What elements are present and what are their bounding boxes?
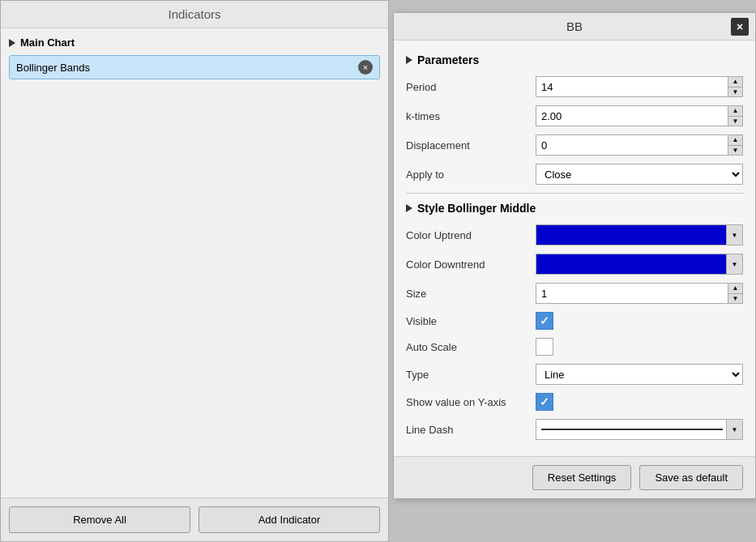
show-yaxis-checkbox[interactable] (536, 393, 553, 411)
indicators-body: Main Chart Bollinger Bands × (1, 28, 388, 497)
parameters-triangle-icon (406, 56, 412, 64)
applyto-select[interactable]: Close Open High Low (536, 164, 742, 184)
period-spin-up[interactable]: ▲ (728, 77, 742, 87)
ktimes-spin-down[interactable]: ▼ (728, 117, 742, 126)
indicators-footer: Remove All Add Indicator (1, 497, 388, 541)
color-uptrend-label: Color Uptrend (406, 229, 536, 241)
indicators-panel: Indicators Main Chart Bollinger Bands × … (0, 0, 389, 542)
color-uptrend-swatch-wrap[interactable]: ▼ (536, 224, 743, 245)
applyto-row: Apply to Close Open High Low (406, 164, 743, 185)
size-row: Size ▲ ▼ (406, 283, 743, 304)
color-downtrend-dropdown-btn[interactable]: ▼ (726, 254, 742, 274)
type-control: Line Histogram Dots (536, 364, 743, 385)
remove-all-button[interactable]: Remove All (9, 506, 190, 533)
displacement-spin-buttons: ▲ ▼ (728, 135, 742, 155)
displacement-spin[interactable]: ▲ ▼ (536, 134, 743, 156)
linedash-label: Line Dash (406, 424, 536, 436)
visible-checkbox[interactable] (536, 312, 553, 330)
size-spin[interactable]: ▲ ▼ (536, 283, 743, 304)
type-label: Type (406, 369, 536, 381)
type-row: Type Line Histogram Dots (406, 364, 743, 385)
size-spin-buttons: ▲ ▼ (728, 284, 742, 303)
bb-close-button[interactable]: × (731, 18, 749, 36)
ktimes-spin-up[interactable]: ▲ (728, 106, 742, 117)
bb-panel: BB × Parameters Period ▲ ▼ (393, 12, 756, 499)
period-spin[interactable]: ▲ ▼ (536, 76, 743, 97)
section-divider (406, 193, 743, 194)
period-spin-down[interactable]: ▼ (728, 87, 742, 97)
indicator-item-bollinger[interactable]: Bollinger Bands × (9, 55, 380, 79)
indicators-title: Indicators (1, 1, 388, 28)
color-uptrend-dropdown-btn[interactable]: ▼ (726, 225, 742, 245)
size-spin-up[interactable]: ▲ (728, 284, 742, 294)
period-spin-buttons: ▲ ▼ (728, 77, 742, 96)
ktimes-spin-buttons: ▲ ▼ (728, 106, 742, 126)
visible-row: Visible (406, 312, 743, 330)
add-indicator-button[interactable]: Add Indicator (199, 506, 380, 533)
displacement-spin-down[interactable]: ▼ (728, 146, 742, 156)
color-uptrend-row: Color Uptrend ▼ (406, 224, 743, 245)
color-uptrend-control: ▼ (536, 224, 743, 245)
linedash-dropdown-btn[interactable]: ▼ (726, 420, 742, 439)
color-downtrend-label: Color Downtrend (406, 258, 536, 271)
show-yaxis-control (536, 393, 743, 411)
autoscale-label: Auto Scale (406, 341, 536, 353)
period-input[interactable] (536, 77, 728, 96)
color-downtrend-swatch-wrap[interactable]: ▼ (536, 254, 743, 275)
save-as-default-button[interactable]: Save as default (639, 465, 743, 490)
bb-body: Parameters Period ▲ ▼ k-times (394, 41, 755, 456)
show-yaxis-label: Show value on Y-axis (406, 396, 536, 408)
reset-settings-button[interactable]: Reset Settings (532, 465, 632, 490)
period-control: ▲ ▼ (536, 76, 743, 97)
color-downtrend-control: ▼ (536, 254, 743, 275)
displacement-spin-up[interactable]: ▲ (728, 135, 742, 146)
autoscale-row: Auto Scale (406, 338, 743, 356)
main-chart-section-header: Main Chart (9, 36, 380, 49)
linedash-select-wrap[interactable]: ▼ (536, 419, 743, 440)
bb-header: BB × (394, 13, 755, 41)
type-select[interactable]: Line Histogram Dots (536, 365, 742, 384)
autoscale-control (536, 338, 743, 356)
indicator-item-label: Bollinger Bands (16, 62, 90, 74)
size-spin-down[interactable]: ▼ (728, 294, 742, 304)
close-icon: × (737, 20, 743, 33)
type-select-wrap[interactable]: Line Histogram Dots (536, 364, 743, 385)
style-label: Style Bollinger Middle (417, 202, 536, 215)
ktimes-input[interactable] (536, 106, 728, 126)
period-row: Period ▲ ▼ (406, 76, 743, 97)
close-icon: × (363, 62, 368, 72)
section-triangle-icon (9, 39, 15, 47)
indicator-close-button[interactable]: × (358, 60, 373, 75)
applyto-label: Apply to (406, 169, 536, 181)
displacement-control: ▲ ▼ (536, 134, 743, 156)
style-triangle-icon (406, 204, 412, 212)
linedash-row: Line Dash ▼ (406, 419, 743, 440)
size-label: Size (406, 288, 536, 300)
style-section-header: Style Bollinger Middle (406, 202, 743, 215)
bb-title: BB (566, 19, 583, 33)
period-label: Period (406, 81, 536, 93)
autoscale-checkbox[interactable] (536, 338, 553, 356)
bb-footer: Reset Settings Save as default (394, 456, 755, 498)
linedash-control: ▼ (536, 419, 743, 440)
size-control: ▲ ▼ (536, 283, 743, 304)
color-downtrend-swatch[interactable] (536, 254, 726, 274)
visible-label: Visible (406, 315, 536, 327)
linedash-preview (541, 429, 723, 430)
color-uptrend-swatch[interactable] (536, 225, 726, 245)
ktimes-row: k-times ▲ ▼ (406, 105, 743, 126)
show-yaxis-row: Show value on Y-axis (406, 393, 743, 411)
displacement-input[interactable] (536, 135, 728, 155)
color-downtrend-row: Color Downtrend ▼ (406, 254, 743, 275)
applyto-control: Close Open High Low (536, 164, 743, 185)
applyto-select-wrap[interactable]: Close Open High Low (536, 164, 743, 185)
ktimes-control: ▲ ▼ (536, 105, 743, 126)
ktimes-spin[interactable]: ▲ ▼ (536, 105, 743, 126)
visible-control (536, 312, 743, 330)
displacement-label: Displacement (406, 139, 536, 152)
parameters-section-header: Parameters (406, 53, 743, 66)
parameters-label: Parameters (417, 53, 479, 66)
size-input[interactable] (536, 284, 728, 303)
section-label: Main Chart (20, 36, 75, 49)
displacement-row: Displacement ▲ ▼ (406, 134, 743, 156)
